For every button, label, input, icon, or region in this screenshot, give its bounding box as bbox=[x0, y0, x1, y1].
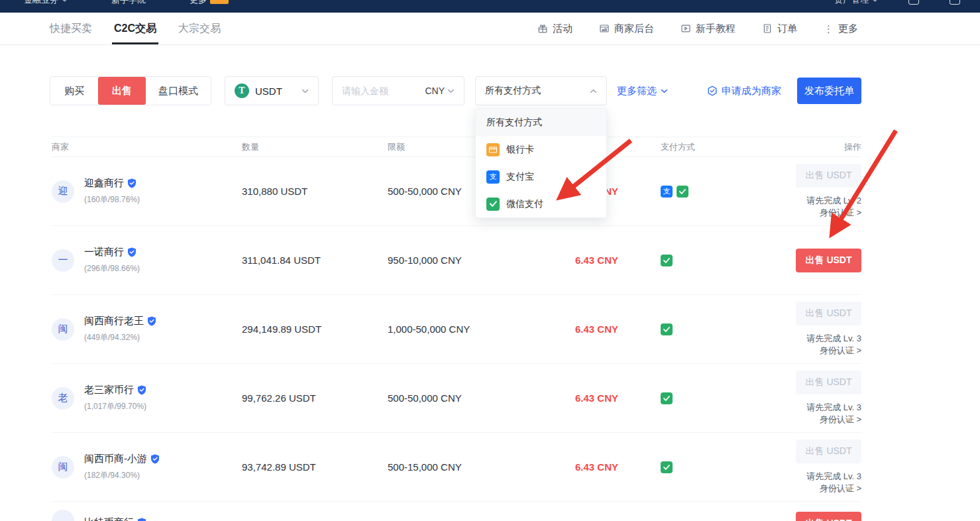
topbar-item-assets[interactable]: 资产管理 bbox=[834, 0, 878, 6]
merchant-avatar: 闽 bbox=[52, 456, 74, 479]
topbar: 金融业务 新手学院 更多 资产管理 bbox=[0, 0, 980, 13]
wechat-pay-icon bbox=[661, 255, 673, 266]
c2c-nav: 快捷买卖 C2C交易 大宗交易 活动 商家后台 新手教程 订单 ⋮ 更多 bbox=[0, 13, 980, 45]
merchant-stats: (449单/94.32%) bbox=[84, 332, 156, 343]
offer-price: 6.43 CNY bbox=[575, 461, 661, 473]
offer-quantity: 311,041.84 USDT bbox=[242, 255, 388, 266]
sell-usdt-button[interactable]: 出售 USDT bbox=[796, 164, 861, 188]
trade-side-switch: 购买 出售 盘口模式 bbox=[50, 76, 211, 105]
topbar-item-finance[interactable]: 金融业务 bbox=[24, 0, 68, 6]
merchant-stats: (296单/98.66%) bbox=[84, 263, 140, 274]
more-dots-icon: ⋮ bbox=[824, 24, 834, 34]
chevron-down-icon bbox=[661, 89, 668, 93]
bankcard-icon bbox=[486, 143, 500, 156]
nav-link-tutorial[interactable]: 新手教程 bbox=[681, 23, 735, 35]
offer-row: 老 老三家币行 (1,017单/99.70%) 99,762.26 USDT 5… bbox=[52, 364, 861, 433]
merchant-name[interactable]: 比特币商行 bbox=[84, 516, 146, 521]
alipay-icon: 支 bbox=[661, 186, 673, 198]
tab-quick-trade[interactable]: 快捷买卖 bbox=[48, 13, 94, 44]
offer-limit: 1,000-50,000 CNY bbox=[388, 323, 575, 335]
offer-row: 闽 闽西币商-小游 (182单/94.30%) 93,742.89 USDT 5… bbox=[52, 433, 861, 502]
sell-usdt-button[interactable]: 出售 USDT bbox=[796, 439, 861, 463]
orders-icon[interactable] bbox=[950, 0, 960, 5]
filter-bar: 购买 出售 盘口模式 T USDT CNY 所有支付方式 更多筛选 申请成为商家… bbox=[50, 76, 861, 105]
payment-method-dropdown: 所有支付方式 银行卡 支 支付宝 微信支付 bbox=[475, 108, 607, 218]
more-filters-link[interactable]: 更多筛选 bbox=[617, 85, 668, 97]
orderbook-mode-tab[interactable]: 盘口模式 bbox=[146, 77, 211, 105]
dropdown-option-wechat-pay[interactable]: 微信支付 bbox=[476, 190, 606, 217]
gift-icon bbox=[537, 23, 548, 34]
merchant-avatar bbox=[52, 510, 74, 521]
offer-row: 迎 迎鑫商行 (160单/98.76%) 310,880 USDT 500-50… bbox=[52, 157, 861, 226]
table-header: 商家 数量 限额 单价 支付方式 操作 bbox=[52, 137, 861, 157]
kyc-note-link[interactable]: 请先完成 Lv. 3 身份认证 > bbox=[796, 471, 861, 494]
merchant-avatar: 迎 bbox=[52, 180, 74, 203]
profile-icon[interactable] bbox=[908, 0, 919, 5]
offer-price: 6.43 CNY bbox=[575, 323, 661, 335]
sell-tab[interactable]: 出售 bbox=[98, 77, 146, 105]
offer-row-partial: 比特币商行 出售 USDT bbox=[52, 502, 861, 521]
nav-link-merchant-dashboard[interactable]: 商家后台 bbox=[599, 23, 654, 35]
chevron-up-icon bbox=[590, 89, 597, 93]
verified-badge-icon bbox=[137, 518, 146, 521]
offer-row: 闽 闽西商行老王 (449单/94.32%) 294,149.89 USDT 1… bbox=[52, 295, 861, 364]
tab-block-trade[interactable]: 大宗交易 bbox=[176, 13, 223, 44]
merchant-name[interactable]: 闽西商行老王 bbox=[84, 315, 156, 327]
verified-badge-icon bbox=[150, 454, 160, 464]
kyc-note-link[interactable]: 请先完成 Lv. 3 身份认证 > bbox=[796, 402, 861, 426]
offers-table: 商家 数量 限额 单价 支付方式 操作 迎 迎鑫商行 (160单/98.76%)… bbox=[52, 137, 861, 521]
merchant-name[interactable]: 迎鑫商行 bbox=[84, 177, 140, 190]
kyc-note-link[interactable]: 请先完成 Lv. 2 身份认证 > bbox=[796, 195, 861, 219]
verified-badge-icon bbox=[147, 316, 156, 326]
offer-quantity: 310,880 USDT bbox=[242, 186, 388, 197]
offer-quantity: 93,742.89 USDT bbox=[242, 461, 388, 473]
offer-price: 6.43 CNY bbox=[575, 392, 661, 404]
apply-merchant-link[interactable]: 申请成为商家 bbox=[707, 85, 781, 97]
sell-usdt-button[interactable]: 出售 USDT bbox=[796, 302, 861, 325]
offer-row: 一 一诺商行 (296单/98.66%) 311,041.84 USDT 950… bbox=[52, 226, 861, 295]
buy-tab[interactable]: 购买 bbox=[50, 77, 98, 105]
sell-usdt-button[interactable]: 出售 USDT bbox=[796, 512, 861, 521]
merchant-stats: (182单/94.30%) bbox=[84, 470, 160, 481]
amount-input[interactable] bbox=[342, 86, 419, 96]
payment-method-select[interactable]: 所有支付方式 bbox=[475, 76, 607, 105]
verified-badge-icon bbox=[127, 247, 136, 257]
wechat-pay-icon bbox=[661, 392, 673, 404]
offer-limit: 950-10,000 CNY bbox=[388, 255, 575, 266]
header-quantity: 数量 bbox=[242, 141, 388, 153]
topbar-item-academy[interactable]: 新手学院 bbox=[111, 0, 146, 6]
tab-c2c-trade[interactable]: C2C交易 bbox=[112, 13, 158, 44]
chevron-down-icon bbox=[447, 89, 455, 93]
hot-badge bbox=[210, 0, 229, 4]
currency-select[interactable]: CNY bbox=[425, 86, 455, 96]
post-order-button[interactable]: 发布委托单 bbox=[797, 78, 861, 104]
kyc-note-link[interactable]: 请先完成 Lv. 3 身份认证 > bbox=[796, 333, 861, 357]
merchant-name[interactable]: 老三家币行 bbox=[84, 384, 146, 396]
offer-quantity: 294,149.89 USDT bbox=[242, 323, 388, 335]
topbar-item-more[interactable]: 更多 bbox=[190, 0, 229, 6]
verified-badge-outline-icon bbox=[707, 86, 718, 96]
offer-price: 6.43 CNY bbox=[575, 255, 661, 266]
offer-limit: 500-50,000 CNY bbox=[388, 392, 575, 404]
verified-badge-icon bbox=[137, 385, 146, 395]
header-merchant: 商家 bbox=[52, 141, 242, 153]
dropdown-option-all-payments[interactable]: 所有支付方式 bbox=[476, 109, 606, 136]
nav-link-orders[interactable]: 订单 bbox=[762, 23, 797, 35]
merchant-stats: (1,017单/99.70%) bbox=[84, 401, 146, 412]
offer-quantity: 99,762.26 USDT bbox=[242, 392, 388, 404]
nav-link-more[interactable]: ⋮ 更多 bbox=[824, 23, 858, 35]
dropdown-option-bankcard[interactable]: 银行卡 bbox=[476, 136, 606, 163]
sell-usdt-button[interactable]: 出售 USDT bbox=[796, 371, 861, 394]
alipay-icon: 支 bbox=[486, 170, 500, 184]
amount-filter: CNY bbox=[332, 76, 464, 105]
merchant-name[interactable]: 闽西币商-小游 bbox=[84, 453, 160, 465]
merchant-avatar: 一 bbox=[52, 249, 74, 272]
header-action: 操作 bbox=[796, 141, 861, 153]
nav-link-activity[interactable]: 活动 bbox=[537, 23, 572, 35]
sell-usdt-button[interactable]: 出售 USDT bbox=[796, 249, 861, 272]
dropdown-option-alipay[interactable]: 支 支付宝 bbox=[476, 163, 606, 190]
merchant-avatar: 老 bbox=[52, 387, 74, 410]
merchant-name[interactable]: 一诺商行 bbox=[84, 246, 140, 259]
coin-select[interactable]: T USDT bbox=[225, 76, 319, 105]
order-document-icon bbox=[762, 23, 773, 34]
